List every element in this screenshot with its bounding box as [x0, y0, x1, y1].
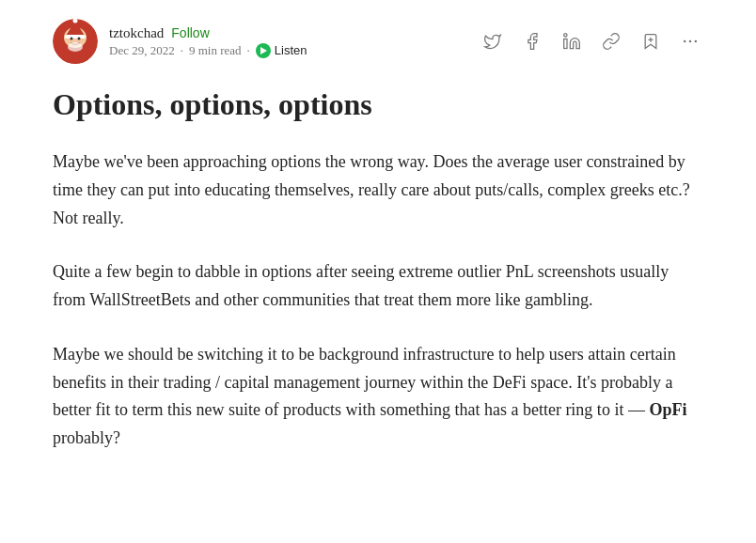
listen-button[interactable]: Listen [256, 43, 307, 58]
article-container: tztokchad Follow Dec 29, 2022 · 9 min re… [30, 0, 726, 517]
link-icon [602, 32, 621, 51]
paragraph-2: Quite a few begin to dabble in options a… [53, 258, 703, 314]
svg-point-6 [71, 38, 73, 40]
svg-point-7 [78, 38, 81, 40]
follow-button[interactable]: Follow [171, 25, 209, 40]
svg-point-11 [564, 34, 567, 37]
author-name-row: tztokchad Follow [109, 25, 307, 41]
author-info: tztokchad Follow Dec 29, 2022 · 9 min re… [109, 25, 307, 58]
author-right [480, 28, 703, 54]
opfi-term: OpFi [649, 400, 686, 419]
meta-read-time: 9 min read [189, 43, 242, 58]
author-left: tztokchad Follow Dec 29, 2022 · 9 min re… [53, 19, 307, 64]
facebook-button[interactable] [519, 28, 545, 54]
article-body: Maybe we've been approaching options the… [53, 148, 703, 452]
more-button[interactable] [677, 28, 703, 54]
svg-point-15 [684, 40, 686, 43]
copy-link-button[interactable] [598, 28, 624, 54]
bookmark-icon [641, 32, 660, 51]
linkedin-button[interactable] [559, 28, 585, 54]
paragraph-3: Maybe we should be switching it to be ba… [53, 341, 703, 453]
paragraph-2-text: Quite a few begin to dabble in options a… [53, 262, 669, 309]
play-icon [256, 43, 271, 58]
svg-rect-4 [65, 35, 86, 39]
meta-date: Dec 29, 2022 [109, 43, 175, 58]
svg-point-17 [695, 40, 698, 43]
facebook-icon [523, 32, 542, 51]
paragraph-1-text: Maybe we've been approaching options the… [53, 152, 690, 226]
svg-point-16 [689, 40, 692, 43]
author-bar: tztokchad Follow Dec 29, 2022 · 9 min re… [53, 19, 703, 64]
twitter-button[interactable] [480, 28, 506, 54]
bookmark-button[interactable] [638, 28, 664, 54]
meta-dot-2: · [247, 43, 250, 58]
article-meta: Dec 29, 2022 · 9 min read · Listen [109, 43, 307, 58]
svg-rect-10 [564, 39, 567, 49]
meta-dot-1: · [181, 43, 183, 58]
paragraph-1: Maybe we've been approaching options the… [53, 148, 703, 232]
avatar [53, 19, 98, 64]
author-name: tztokchad [109, 25, 164, 41]
article-title: Options, options, options [53, 86, 703, 122]
listen-label: Listen [275, 43, 307, 57]
more-icon [681, 32, 700, 51]
svg-point-8 [68, 42, 83, 52]
twitter-icon [483, 32, 502, 51]
linkedin-icon [562, 32, 581, 51]
play-triangle [260, 47, 267, 54]
